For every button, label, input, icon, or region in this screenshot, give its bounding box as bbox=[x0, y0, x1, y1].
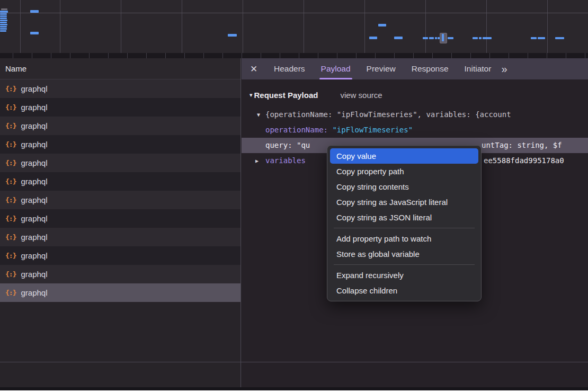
waterfall-bar bbox=[0, 17, 7, 19]
property-value: "qu bbox=[297, 141, 310, 149]
waterfall-bar bbox=[435, 37, 437, 39]
request-row[interactable]: {:}graphql bbox=[0, 246, 240, 265]
tab-preview[interactable]: Preview bbox=[359, 58, 404, 79]
json-file-icon: {:} bbox=[5, 103, 16, 111]
waterfall-bar bbox=[378, 24, 386, 26]
menu-item-store-as-global-variable[interactable]: Store as global variable bbox=[330, 246, 478, 262]
request-name-label: graphql bbox=[21, 233, 47, 242]
request-row[interactable]: {:}graphql bbox=[0, 228, 240, 246]
request-name-label: graphql bbox=[21, 288, 47, 297]
request-row[interactable]: {:}graphql bbox=[0, 135, 240, 154]
property-value-continued: ee5588fdad995178a0 bbox=[484, 153, 564, 168]
request-row[interactable]: {:}graphql bbox=[0, 79, 240, 98]
json-root-preview: {operationName: "ipFlowTimeseries", vari… bbox=[265, 110, 511, 119]
property-value-continued: untTag: string, $f bbox=[482, 138, 562, 153]
waterfall-bar bbox=[448, 37, 453, 39]
property-key: query: bbox=[265, 141, 297, 149]
menu-item-collapse-children[interactable]: Collapse children bbox=[330, 283, 478, 298]
waterfall-bar bbox=[0, 13, 7, 15]
waterfall-bar bbox=[473, 37, 478, 39]
request-name-label: graphql bbox=[21, 121, 47, 130]
waterfall-bar bbox=[531, 37, 537, 39]
request-row[interactable]: {:}graphql bbox=[0, 154, 240, 172]
menu-item-copy-property-path[interactable]: Copy property path bbox=[330, 164, 478, 179]
waterfall-bar bbox=[30, 32, 39, 34]
json-file-icon: {:} bbox=[5, 215, 16, 222]
waterfall-bar bbox=[0, 24, 7, 25]
menu-item-copy-string-as-json-literal[interactable]: Copy string as JSON literal bbox=[330, 210, 478, 225]
tab-payload[interactable]: Payload bbox=[313, 58, 359, 79]
waterfall-bar bbox=[429, 37, 434, 39]
json-file-icon: {:} bbox=[5, 140, 16, 148]
timeline-ruler bbox=[0, 53, 588, 58]
request-row[interactable]: {:}graphql bbox=[0, 283, 240, 302]
request-name-label: graphql bbox=[21, 158, 47, 167]
waterfall-bar bbox=[555, 37, 564, 39]
menu-item-expand-recursively[interactable]: Expand recursively bbox=[330, 268, 478, 283]
property-key: operationName: bbox=[265, 126, 332, 134]
payload-section-title: Request Payload bbox=[254, 91, 318, 100]
json-file-icon: {:} bbox=[5, 270, 16, 278]
waterfall-bar bbox=[228, 34, 237, 37]
request-row[interactable]: {:}graphql bbox=[0, 209, 240, 228]
request-name-label: graphql bbox=[21, 214, 47, 223]
devtools-network-panel: Name {:}graphql{:}graphql{:}graphql{:}gr… bbox=[0, 0, 588, 392]
json-file-icon: {:} bbox=[5, 177, 16, 185]
menu-item-copy-string-contents[interactable]: Copy string contents bbox=[330, 179, 478, 194]
waterfall-bar bbox=[369, 37, 377, 39]
tab-response[interactable]: Response bbox=[404, 58, 457, 79]
json-file-icon: {:} bbox=[5, 289, 16, 297]
tab-headers[interactable]: Headers bbox=[266, 58, 313, 79]
json-file-icon: {:} bbox=[5, 122, 16, 130]
detail-tab-bar: ✕ HeadersPayloadPreviewResponseInitiator… bbox=[242, 58, 588, 79]
json-file-icon: {:} bbox=[5, 85, 16, 93]
column-header-name[interactable]: Name bbox=[0, 58, 240, 79]
request-row[interactable]: {:}graphql bbox=[0, 265, 240, 283]
request-name-label: graphql bbox=[21, 103, 47, 112]
menu-item-copy-value[interactable]: Copy value bbox=[330, 148, 478, 164]
waterfall-bar bbox=[0, 26, 7, 28]
payload-title-row: ▾ Request Payload view source bbox=[242, 86, 588, 104]
summary-divider bbox=[0, 362, 588, 362]
network-overview-timeline[interactable] bbox=[0, 0, 588, 53]
waterfall-bar bbox=[0, 22, 7, 23]
waterfall-bar bbox=[538, 37, 545, 39]
collapse-triangle-icon[interactable]: ▾ bbox=[250, 92, 253, 99]
menu-separator bbox=[334, 264, 475, 265]
menu-item-copy-string-as-javascript-literal[interactable]: Copy string as JavaScript literal bbox=[330, 194, 478, 210]
expand-arrow-icon[interactable]: ▶ bbox=[255, 153, 259, 168]
request-name-label: graphql bbox=[21, 270, 47, 279]
request-rows: {:}graphql{:}graphql{:}graphql{:}graphql… bbox=[0, 79, 240, 302]
request-name-label: graphql bbox=[21, 195, 47, 204]
request-list-panel: Name {:}graphql{:}graphql{:}graphql{:}gr… bbox=[0, 58, 241, 392]
waterfall-bar bbox=[0, 11, 8, 13]
request-row[interactable]: {:}graphql bbox=[0, 172, 240, 191]
request-row[interactable]: {:}graphql bbox=[0, 98, 240, 117]
detail-tabs: HeadersPayloadPreviewResponseInitiator bbox=[266, 58, 499, 79]
json-file-icon: {:} bbox=[5, 196, 16, 204]
menu-item-add-property-path-to-watch[interactable]: Add property path to watch bbox=[330, 231, 478, 246]
expand-arrow-icon[interactable]: ▼ bbox=[257, 107, 260, 122]
request-name-label: graphql bbox=[21, 251, 47, 260]
waterfall-bar bbox=[479, 37, 482, 39]
waterfall-bar bbox=[423, 37, 428, 39]
request-name-label: graphql bbox=[21, 84, 47, 93]
request-row[interactable]: {:}graphql bbox=[0, 191, 240, 209]
waterfall-bar bbox=[394, 37, 403, 39]
view-source-link[interactable]: view source bbox=[340, 91, 382, 100]
json-file-icon: {:} bbox=[5, 159, 16, 167]
waterfall-marker-bar bbox=[442, 34, 444, 41]
json-file-icon: {:} bbox=[5, 233, 16, 241]
waterfall-bar bbox=[0, 30, 6, 32]
json-file-icon: {:} bbox=[5, 252, 16, 260]
request-name-label: graphql bbox=[21, 140, 47, 149]
close-icon[interactable]: ✕ bbox=[242, 64, 266, 75]
request-row[interactable]: {:}graphql bbox=[0, 117, 240, 135]
tab-initiator[interactable]: Initiator bbox=[457, 58, 500, 79]
json-root-row[interactable]: ▼{operationName: "ipFlowTimeseries", var… bbox=[242, 107, 588, 122]
property-key: variables bbox=[265, 156, 306, 165]
json-property-row-operationName[interactable]: operationName: "ipFlowTimeseries" bbox=[242, 122, 588, 138]
waterfall-bar bbox=[30, 10, 39, 13]
waterfall-bar bbox=[0, 20, 7, 21]
more-tabs-icon[interactable]: » bbox=[501, 63, 506, 75]
